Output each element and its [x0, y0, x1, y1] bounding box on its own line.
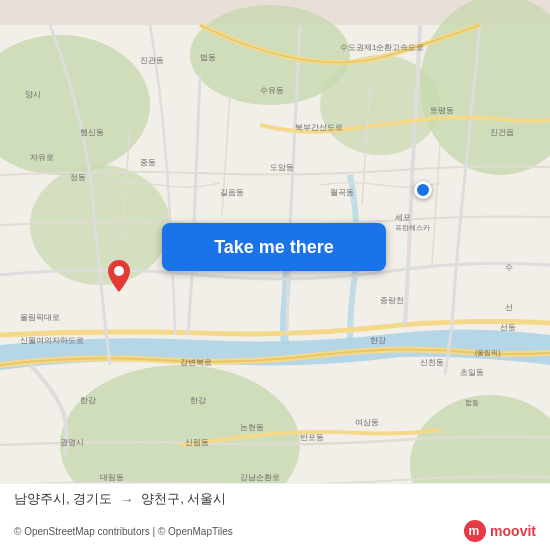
svg-text:정동: 정동 — [70, 173, 86, 182]
svg-text:한강: 한강 — [80, 396, 96, 405]
map-background: 양시 정동 중동 행신동 자유로 올림픽대로 신월여의자하도로 한강 강변북로 … — [0, 0, 550, 550]
svg-text:한강: 한강 — [370, 336, 386, 345]
svg-text:선: 선 — [505, 303, 513, 312]
origin-marker — [414, 181, 432, 199]
svg-text:한강: 한강 — [190, 396, 206, 405]
svg-text:강남순환로: 강남순환로 — [240, 473, 280, 482]
svg-text:신림동: 신림동 — [185, 438, 209, 447]
route-arrow: → — [120, 492, 133, 507]
moovit-brand: moovit — [490, 523, 536, 539]
take-me-there-button[interactable]: Take me there — [162, 223, 386, 271]
svg-text:법동: 법동 — [200, 53, 216, 62]
route-destination: 양천구, 서울시 — [141, 490, 226, 508]
svg-text:양시: 양시 — [25, 90, 41, 99]
svg-text:진건읍: 진건읍 — [490, 128, 514, 137]
svg-point-47 — [114, 266, 124, 276]
moovit-logo-icon: m — [464, 520, 486, 542]
destination-marker — [108, 260, 130, 288]
svg-text:수도권제1순환고속도로: 수도권제1순환고속도로 — [340, 43, 424, 52]
svg-text:행신동: 행신동 — [80, 128, 104, 137]
svg-text:초일동: 초일동 — [460, 368, 484, 377]
svg-text:여삼동: 여삼동 — [355, 418, 379, 427]
svg-text:올림픽대로: 올림픽대로 — [20, 313, 60, 322]
svg-text:중동: 중동 — [140, 158, 156, 167]
svg-text:도암동: 도암동 — [270, 163, 294, 172]
svg-text:세포: 세포 — [395, 213, 411, 222]
svg-text:(올림픽): (올림픽) — [475, 349, 501, 357]
svg-text:강변북로: 강변북로 — [180, 358, 212, 367]
svg-text:자유로: 자유로 — [30, 153, 54, 162]
svg-text:논현동: 논현동 — [240, 423, 264, 432]
svg-text:반포동: 반포동 — [300, 433, 324, 442]
svg-text:프란체스카: 프란체스카 — [395, 224, 430, 231]
svg-text:m: m — [469, 524, 480, 538]
svg-text:월곡동: 월곡동 — [330, 188, 354, 197]
map-container: 양시 정동 중동 행신동 자유로 올림픽대로 신월여의자하도로 한강 강변북로 … — [0, 0, 550, 550]
svg-text:길음동: 길음동 — [220, 188, 244, 197]
svg-text:광명시: 광명시 — [60, 438, 84, 447]
svg-text:토평동: 토평동 — [430, 106, 454, 115]
svg-text:북부간선도로: 북부간선도로 — [295, 123, 343, 132]
svg-point-7 — [320, 55, 440, 155]
svg-text:수: 수 — [505, 263, 513, 272]
svg-text:신천동: 신천동 — [420, 358, 444, 367]
svg-text:신월여의자하도로: 신월여의자하도로 — [20, 336, 84, 345]
svg-text:대림동: 대림동 — [100, 473, 124, 482]
svg-text:중랑천: 중랑천 — [380, 296, 404, 305]
svg-text:선동: 선동 — [500, 323, 516, 332]
svg-text:수유동: 수유동 — [260, 86, 284, 95]
svg-text:함동: 함동 — [465, 399, 479, 407]
svg-text:진관동: 진관동 — [140, 56, 164, 65]
osm-attribution-text: © OpenStreetMap contributors | © OpenMap… — [14, 526, 233, 537]
route-origin: 남양주시, 경기도 — [14, 490, 112, 508]
